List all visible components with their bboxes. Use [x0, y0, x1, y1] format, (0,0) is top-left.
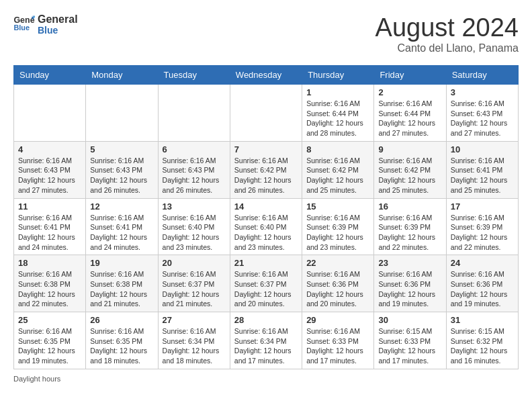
calendar-cell: 7Sunrise: 6:16 AM Sunset: 6:42 PM Daylig…	[230, 141, 302, 198]
calendar-cell: 16Sunrise: 6:16 AM Sunset: 6:39 PM Dayli…	[374, 198, 446, 255]
day-number: 12	[90, 201, 153, 212]
day-info: Sunrise: 6:16 AM Sunset: 6:37 PM Dayligh…	[234, 269, 298, 309]
logo-icon: General Blue	[13, 15, 35, 34]
day-info: Sunrise: 6:16 AM Sunset: 6:42 PM Dayligh…	[378, 156, 441, 195]
day-info: Sunrise: 6:16 AM Sunset: 6:33 PM Dayligh…	[306, 326, 369, 366]
day-info: Sunrise: 6:16 AM Sunset: 6:43 PM Dayligh…	[18, 156, 81, 195]
calendar-cell: 18Sunrise: 6:16 AM Sunset: 6:38 PM Dayli…	[14, 255, 86, 312]
logo-blue: Blue	[38, 26, 78, 36]
day-info: Sunrise: 6:16 AM Sunset: 6:38 PM Dayligh…	[18, 269, 81, 309]
day-number: 25	[18, 315, 81, 325]
day-number: 1	[306, 87, 369, 97]
day-info: Sunrise: 6:16 AM Sunset: 6:34 PM Dayligh…	[163, 326, 226, 366]
day-number: 6	[163, 144, 226, 154]
calendar-cell: 14Sunrise: 6:16 AM Sunset: 6:40 PM Dayli…	[230, 198, 302, 255]
calendar-cell: 17Sunrise: 6:16 AM Sunset: 6:39 PM Dayli…	[446, 198, 518, 255]
calendar-cell: 19Sunrise: 6:16 AM Sunset: 6:38 PM Dayli…	[86, 255, 158, 312]
day-number: 11	[18, 201, 81, 212]
calendar-cell: 27Sunrise: 6:16 AM Sunset: 6:34 PM Dayli…	[158, 312, 230, 369]
day-number: 16	[378, 201, 441, 212]
day-info: Sunrise: 6:16 AM Sunset: 6:40 PM Dayligh…	[234, 213, 298, 253]
day-number: 3	[451, 87, 514, 97]
day-number: 20	[163, 258, 226, 268]
day-info: Sunrise: 6:16 AM Sunset: 6:42 PM Dayligh…	[306, 156, 369, 195]
footer-text: Daylight hours	[13, 375, 60, 383]
day-number: 21	[234, 258, 298, 268]
day-info: Sunrise: 6:16 AM Sunset: 6:35 PM Dayligh…	[18, 326, 81, 366]
day-number: 24	[451, 258, 514, 268]
day-info: Sunrise: 6:16 AM Sunset: 6:35 PM Dayligh…	[90, 326, 153, 366]
calendar-cell: 20Sunrise: 6:16 AM Sunset: 6:37 PM Dayli…	[158, 255, 230, 312]
day-number: 22	[306, 258, 369, 268]
day-number: 26	[90, 315, 153, 325]
column-header-wednesday: Wednesday	[230, 66, 302, 85]
footer: Daylight hours	[13, 375, 519, 383]
week-row-4: 18Sunrise: 6:16 AM Sunset: 6:38 PM Dayli…	[14, 255, 519, 312]
day-number: 31	[451, 315, 514, 325]
day-info: Sunrise: 6:16 AM Sunset: 6:36 PM Dayligh…	[306, 269, 369, 309]
calendar-cell: 8Sunrise: 6:16 AM Sunset: 6:42 PM Daylig…	[302, 141, 374, 198]
day-info: Sunrise: 6:16 AM Sunset: 6:38 PM Dayligh…	[90, 269, 153, 309]
day-info: Sunrise: 6:16 AM Sunset: 6:42 PM Dayligh…	[234, 156, 298, 195]
column-header-friday: Friday	[374, 66, 446, 85]
calendar-cell: 28Sunrise: 6:16 AM Sunset: 6:34 PM Dayli…	[230, 312, 302, 369]
calendar-cell: 11Sunrise: 6:16 AM Sunset: 6:41 PM Dayli…	[14, 198, 86, 255]
calendar-cell: 13Sunrise: 6:16 AM Sunset: 6:40 PM Dayli…	[158, 198, 230, 255]
day-info: Sunrise: 6:15 AM Sunset: 6:33 PM Dayligh…	[378, 326, 441, 366]
day-info: Sunrise: 6:16 AM Sunset: 6:43 PM Dayligh…	[90, 156, 153, 195]
day-info: Sunrise: 6:15 AM Sunset: 6:32 PM Dayligh…	[451, 326, 514, 366]
column-header-thursday: Thursday	[302, 66, 374, 85]
day-number: 4	[18, 144, 81, 154]
day-info: Sunrise: 6:16 AM Sunset: 6:44 PM Dayligh…	[378, 99, 441, 138]
calendar-cell: 10Sunrise: 6:16 AM Sunset: 6:41 PM Dayli…	[446, 141, 518, 198]
header-row: SundayMondayTuesdayWednesdayThursdayFrid…	[14, 66, 519, 85]
calendar-cell: 26Sunrise: 6:16 AM Sunset: 6:35 PM Dayli…	[86, 312, 158, 369]
day-info: Sunrise: 6:16 AM Sunset: 6:36 PM Dayligh…	[378, 269, 441, 309]
day-info: Sunrise: 6:16 AM Sunset: 6:41 PM Dayligh…	[18, 213, 81, 253]
calendar-cell: 3Sunrise: 6:16 AM Sunset: 6:43 PM Daylig…	[446, 85, 518, 142]
day-number: 19	[90, 258, 153, 268]
day-info: Sunrise: 6:16 AM Sunset: 6:39 PM Dayligh…	[306, 213, 369, 253]
calendar-cell: 9Sunrise: 6:16 AM Sunset: 6:42 PM Daylig…	[374, 141, 446, 198]
day-number: 10	[451, 144, 514, 154]
day-number: 9	[378, 144, 441, 154]
calendar-cell: 31Sunrise: 6:15 AM Sunset: 6:32 PM Dayli…	[446, 312, 518, 369]
day-number: 17	[451, 201, 514, 212]
day-number: 29	[306, 315, 369, 325]
week-row-1: 1Sunrise: 6:16 AM Sunset: 6:44 PM Daylig…	[14, 85, 519, 142]
calendar-table: SundayMondayTuesdayWednesdayThursdayFrid…	[13, 65, 519, 369]
day-info: Sunrise: 6:16 AM Sunset: 6:43 PM Dayligh…	[163, 156, 226, 195]
location-subtitle: Canto del Llano, Panama	[375, 42, 519, 54]
calendar-cell: 1Sunrise: 6:16 AM Sunset: 6:44 PM Daylig…	[302, 85, 374, 142]
day-number: 30	[378, 315, 441, 325]
calendar-cell	[14, 85, 86, 142]
logo: General Blue General Blue	[13, 13, 78, 36]
day-number: 27	[163, 315, 226, 325]
day-number: 2	[378, 87, 441, 97]
day-info: Sunrise: 6:16 AM Sunset: 6:37 PM Dayligh…	[163, 269, 226, 309]
calendar-cell: 6Sunrise: 6:16 AM Sunset: 6:43 PM Daylig…	[158, 141, 230, 198]
day-number: 14	[234, 201, 298, 212]
calendar-cell	[230, 85, 302, 142]
column-header-saturday: Saturday	[446, 66, 518, 85]
column-header-tuesday: Tuesday	[158, 66, 230, 85]
week-row-2: 4Sunrise: 6:16 AM Sunset: 6:43 PM Daylig…	[14, 141, 519, 198]
day-info: Sunrise: 6:16 AM Sunset: 6:36 PM Dayligh…	[451, 269, 514, 309]
day-number: 5	[90, 144, 153, 154]
day-number: 23	[378, 258, 441, 268]
day-info: Sunrise: 6:16 AM Sunset: 6:34 PM Dayligh…	[234, 326, 298, 366]
calendar-cell: 25Sunrise: 6:16 AM Sunset: 6:35 PM Dayli…	[14, 312, 86, 369]
header: General Blue General Blue August 2024 Ca…	[13, 13, 519, 54]
title-section: August 2024 Canto del Llano, Panama	[375, 13, 519, 54]
svg-text:Blue: Blue	[13, 24, 30, 32]
logo-general: General	[38, 13, 78, 26]
day-info: Sunrise: 6:16 AM Sunset: 6:39 PM Dayligh…	[378, 213, 441, 253]
day-info: Sunrise: 6:16 AM Sunset: 6:41 PM Dayligh…	[451, 156, 514, 195]
day-info: Sunrise: 6:16 AM Sunset: 6:41 PM Dayligh…	[90, 213, 153, 253]
day-number: 8	[306, 144, 369, 154]
day-number: 28	[234, 315, 298, 325]
column-header-sunday: Sunday	[14, 66, 86, 85]
calendar-cell: 30Sunrise: 6:15 AM Sunset: 6:33 PM Dayli…	[374, 312, 446, 369]
calendar-cell: 24Sunrise: 6:16 AM Sunset: 6:36 PM Dayli…	[446, 255, 518, 312]
day-number: 15	[306, 201, 369, 212]
